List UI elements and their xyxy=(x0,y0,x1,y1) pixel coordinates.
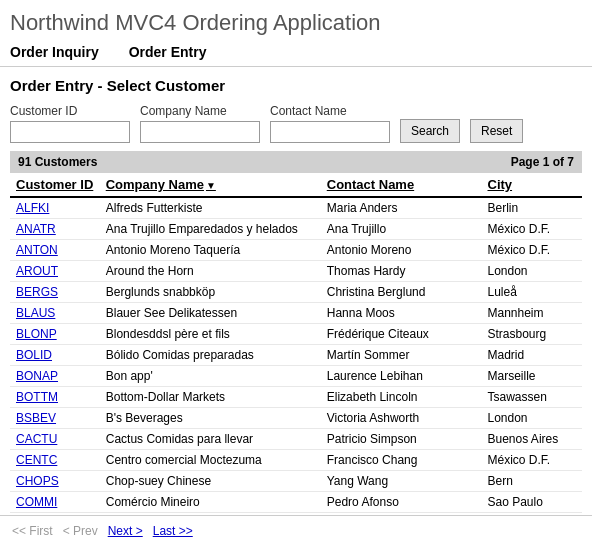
customer-id-link[interactable]: BLONP xyxy=(16,327,57,341)
company-name-filter: Company Name xyxy=(140,104,260,143)
page-info: Page 1 of 7 xyxy=(511,155,574,169)
table-row: CACTUCactus Comidas para llevarPatricio … xyxy=(10,429,582,450)
table-header-row: Customer ID Company Name▼ Contact Name C… xyxy=(10,173,582,197)
company-name-cell: Centro comercial Moctezuma xyxy=(100,450,321,471)
contact-name-cell: Antonio Moreno xyxy=(321,240,482,261)
customer-id-link[interactable]: ANTON xyxy=(16,243,58,257)
reset-button[interactable]: Reset xyxy=(470,119,523,143)
city-cell: México D.F. xyxy=(482,219,583,240)
contact-name-cell: Francisco Chang xyxy=(321,450,482,471)
company-name-cell: Blondesddsl père et fils xyxy=(100,324,321,345)
contact-name-cell: Pedro Afonso xyxy=(321,492,482,513)
contact-name-cell: Frédérique Citeaux xyxy=(321,324,482,345)
customer-id-link[interactable]: AROUT xyxy=(16,264,58,278)
customer-id-label: Customer ID xyxy=(10,104,130,118)
company-name-cell: Cactus Comidas para llevar xyxy=(100,429,321,450)
table-row: BONAPBon app'Laurence LebihanMarseille xyxy=(10,366,582,387)
pagination-last[interactable]: Last >> xyxy=(151,524,195,538)
city-cell: Bern xyxy=(482,471,583,492)
customer-id-link[interactable]: ALFKI xyxy=(16,201,49,215)
company-name-cell: Bólido Comidas preparadas xyxy=(100,345,321,366)
contact-name-cell: Elizabeth Lincoln xyxy=(321,387,482,408)
city-cell: México D.F. xyxy=(482,240,583,261)
nav-order-inquiry[interactable]: Order Inquiry xyxy=(10,44,99,60)
col-header-city[interactable]: City xyxy=(482,173,583,197)
nav-order-entry[interactable]: Order Entry xyxy=(129,44,207,60)
company-name-cell: Antonio Moreno Taquería xyxy=(100,240,321,261)
table-row: BOTTMBottom-Dollar MarketsElizabeth Linc… xyxy=(10,387,582,408)
city-cell: Mannheim xyxy=(482,303,583,324)
city-cell: London xyxy=(482,261,583,282)
customer-id-filter: Customer ID xyxy=(10,104,130,143)
col-header-companyname[interactable]: Company Name▼ xyxy=(100,173,321,197)
company-name-label: Company Name xyxy=(140,104,260,118)
filter-row: Customer ID Company Name Contact Name Se… xyxy=(10,104,582,143)
city-cell: Sao Paulo xyxy=(482,492,583,513)
contact-name-cell: Ana Trujillo xyxy=(321,219,482,240)
customer-id-link[interactable]: COMMI xyxy=(16,495,57,509)
company-name-cell: Comércio Mineiro xyxy=(100,492,321,513)
customer-id-link[interactable]: BERGS xyxy=(16,285,58,299)
company-name-cell: Blauer See Delikatessen xyxy=(100,303,321,324)
col-header-contactname[interactable]: Contact Name xyxy=(321,173,482,197)
contact-name-cell: Martín Sommer xyxy=(321,345,482,366)
company-name-cell: B's Beverages xyxy=(100,408,321,429)
table-row: CENTCCentro comercial MoctezumaFrancisco… xyxy=(10,450,582,471)
contact-name-cell: Patricio Simpson xyxy=(321,429,482,450)
table-row: BLAUSBlauer See DelikatessenHanna MoosMa… xyxy=(10,303,582,324)
company-name-cell: Around the Horn xyxy=(100,261,321,282)
city-cell: Madrid xyxy=(482,345,583,366)
app-title: Northwind MVC4 Ordering Application xyxy=(0,0,592,40)
city-cell: Strasbourg xyxy=(482,324,583,345)
company-name-cell: Chop-suey Chinese xyxy=(100,471,321,492)
customer-id-link[interactable]: CENTC xyxy=(16,453,57,467)
table-row: COMMIComércio MineiroPedro AfonsoSao Pau… xyxy=(10,492,582,513)
city-cell: Buenos Aires xyxy=(482,429,583,450)
contact-name-cell: Laurence Lebihan xyxy=(321,366,482,387)
company-name-cell: Bottom-Dollar Markets xyxy=(100,387,321,408)
col-header-customerid[interactable]: Customer ID xyxy=(10,173,100,197)
customers-table: Customer ID Company Name▼ Contact Name C… xyxy=(10,173,582,513)
customer-id-link[interactable]: ANATR xyxy=(16,222,56,236)
city-cell: México D.F. xyxy=(482,450,583,471)
pagination: << First < Prev Next > Last >> xyxy=(0,515,592,546)
table-row: ALFKIAlfreds FutterkisteMaria AndersBerl… xyxy=(10,197,582,219)
customer-id-link[interactable]: CACTU xyxy=(16,432,57,446)
customer-id-link[interactable]: BLAUS xyxy=(16,306,55,320)
page-heading: Order Entry - Select Customer xyxy=(10,77,582,94)
company-name-cell: Alfreds Futterkiste xyxy=(100,197,321,219)
contact-name-label: Contact Name xyxy=(270,104,390,118)
contact-name-input[interactable] xyxy=(270,121,390,143)
customer-id-link[interactable]: BOLID xyxy=(16,348,52,362)
company-name-input[interactable] xyxy=(140,121,260,143)
contact-name-cell: Yang Wang xyxy=(321,471,482,492)
search-button[interactable]: Search xyxy=(400,119,460,143)
table-row: ANATRAna Trujillo Emparedados y heladosA… xyxy=(10,219,582,240)
contact-name-cell: Maria Anders xyxy=(321,197,482,219)
contact-name-cell: Thomas Hardy xyxy=(321,261,482,282)
customer-id-input[interactable] xyxy=(10,121,130,143)
company-name-cell: Ana Trujillo Emparedados y helados xyxy=(100,219,321,240)
city-cell: Marseille xyxy=(482,366,583,387)
summary-bar: 91 Customers Page 1 of 7 xyxy=(10,151,582,173)
page-content: Order Entry - Select Customer Customer I… xyxy=(0,67,592,513)
table-row: CHOPSChop-suey ChineseYang WangBern xyxy=(10,471,582,492)
nav-bar: Order Inquiry Order Entry xyxy=(0,40,592,67)
contact-name-cell: Christina Berglund xyxy=(321,282,482,303)
city-cell: Tsawassen xyxy=(482,387,583,408)
city-cell: Berlin xyxy=(482,197,583,219)
table-row: ANTONAntonio Moreno TaqueríaAntonio More… xyxy=(10,240,582,261)
pagination-first[interactable]: << First xyxy=(10,524,55,538)
table-row: BOLIDBólido Comidas preparadasMartín Som… xyxy=(10,345,582,366)
customer-id-link[interactable]: BOTTM xyxy=(16,390,58,404)
sort-arrow: ▼ xyxy=(206,180,216,191)
table-row: BSBEVB's BeveragesVictoria AshworthLondo… xyxy=(10,408,582,429)
customer-id-link[interactable]: BSBEV xyxy=(16,411,56,425)
pagination-next[interactable]: Next > xyxy=(106,524,145,538)
table-row: BLONPBlondesddsl père et filsFrédérique … xyxy=(10,324,582,345)
total-customers: 91 Customers xyxy=(18,155,97,169)
customer-id-link[interactable]: BONAP xyxy=(16,369,58,383)
table-row: AROUTAround the HornThomas HardyLondon xyxy=(10,261,582,282)
customer-id-link[interactable]: CHOPS xyxy=(16,474,59,488)
pagination-prev[interactable]: < Prev xyxy=(61,524,100,538)
